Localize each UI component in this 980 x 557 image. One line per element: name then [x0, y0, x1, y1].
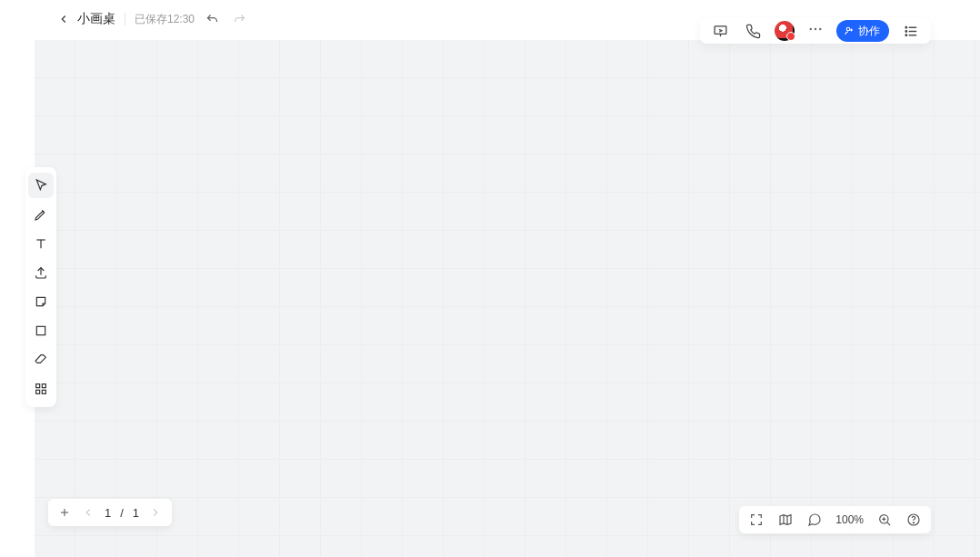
- svg-point-5: [846, 27, 850, 31]
- plus-icon: [58, 506, 71, 519]
- tool-pen[interactable]: [28, 202, 54, 227]
- svg-rect-21: [42, 390, 45, 393]
- canvas-area[interactable]: [35, 40, 980, 557]
- topright-toolbar: 协作: [700, 18, 931, 44]
- page-navigator: 1 / 1: [48, 499, 172, 526]
- tool-eraser[interactable]: [28, 347, 54, 373]
- save-status: 已保存12:30: [135, 12, 195, 27]
- chevron-left-icon: [82, 506, 95, 519]
- help-icon: [906, 512, 921, 527]
- eraser-icon: [34, 353, 48, 367]
- outline-button[interactable]: [900, 20, 922, 42]
- zoom-level[interactable]: 100%: [835, 513, 864, 526]
- more-button[interactable]: [805, 21, 825, 41]
- chevron-right-icon: [149, 506, 162, 519]
- zoom-in-icon: [877, 512, 892, 527]
- fullscreen-icon: [749, 512, 764, 527]
- prev-page-button[interactable]: [79, 503, 97, 522]
- header-divider: [125, 13, 125, 25]
- tool-upload[interactable]: [28, 260, 54, 285]
- page-separator: /: [118, 506, 125, 520]
- header-bar: 小画桌 已保存12:30: [48, 5, 258, 33]
- fullscreen-button[interactable]: [748, 512, 765, 528]
- tool-apps[interactable]: [28, 376, 54, 402]
- sticky-icon: [34, 294, 48, 309]
- svg-rect-18: [36, 384, 40, 388]
- user-avatar[interactable]: [775, 21, 795, 41]
- upload-icon: [34, 265, 48, 280]
- undo-icon: [205, 13, 219, 26]
- svg-point-13: [905, 35, 906, 35]
- apps-icon: [34, 382, 48, 396]
- svg-point-11: [905, 26, 906, 27]
- zoom-in-button[interactable]: [876, 512, 893, 528]
- tool-shape[interactable]: [28, 318, 54, 343]
- present-icon: [713, 24, 728, 39]
- svg-point-3: [815, 28, 816, 30]
- svg-point-12: [905, 30, 906, 31]
- redo-icon: [233, 13, 246, 26]
- svg-marker-24: [780, 515, 791, 525]
- ellipsis-icon: [807, 21, 824, 37]
- page-total: 1: [131, 506, 141, 520]
- svg-rect-17: [36, 326, 45, 334]
- svg-rect-20: [36, 390, 40, 393]
- help-button[interactable]: [905, 512, 922, 528]
- shape-icon: [34, 323, 48, 338]
- svg-point-2: [810, 28, 812, 30]
- tool-sticky[interactable]: [28, 289, 54, 314]
- map-icon: [778, 512, 793, 527]
- collaborate-label: 协作: [858, 24, 880, 39]
- undo-button[interactable]: [202, 9, 222, 29]
- next-page-button[interactable]: [146, 503, 165, 522]
- present-button[interactable]: [709, 20, 731, 42]
- bottomright-toolbar: 100%: [739, 506, 931, 533]
- page-current: 1: [103, 506, 113, 520]
- svg-point-32: [913, 522, 914, 523]
- comment-button[interactable]: [806, 512, 823, 528]
- tool-text[interactable]: [28, 231, 54, 256]
- phone-icon: [745, 24, 761, 39]
- back-button[interactable]: [57, 13, 70, 25]
- collaborate-button[interactable]: 协作: [836, 20, 889, 42]
- comment-icon: [807, 512, 822, 527]
- call-button[interactable]: [742, 20, 764, 42]
- svg-point-4: [819, 28, 821, 30]
- chevron-left-icon: [57, 13, 70, 25]
- tool-palette: [25, 167, 56, 407]
- redo-button[interactable]: [229, 9, 249, 29]
- user-plus-icon: [844, 25, 855, 36]
- text-icon: [34, 236, 48, 251]
- minimap-button[interactable]: [777, 512, 794, 528]
- pen-icon: [34, 207, 48, 222]
- svg-line-28: [887, 522, 890, 525]
- cursor-icon: [34, 178, 48, 193]
- svg-rect-19: [42, 384, 45, 388]
- add-page-button[interactable]: [55, 503, 74, 522]
- tool-cursor[interactable]: [28, 173, 54, 198]
- list-icon: [904, 24, 919, 39]
- document-title[interactable]: 小画桌: [77, 11, 115, 27]
